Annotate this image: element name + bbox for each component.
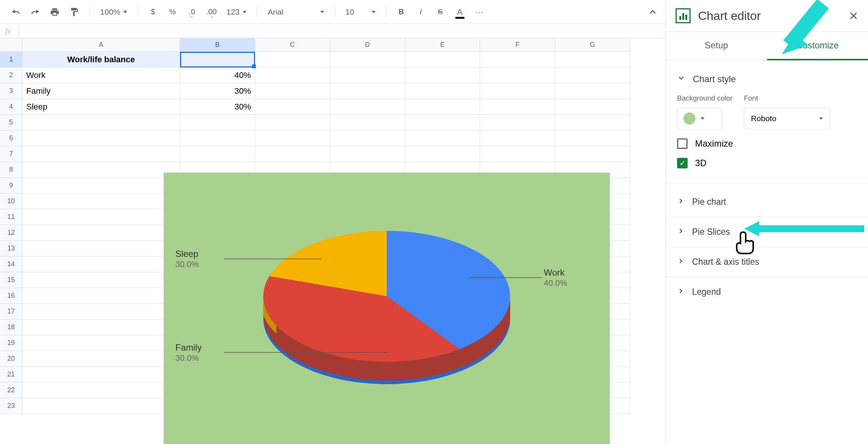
cell[interactable]: [405, 130, 480, 146]
section-chart-axis-titles[interactable]: Chart & axis titles: [677, 247, 857, 277]
cell[interactable]: [330, 52, 405, 68]
percent-button[interactable]: %: [164, 4, 181, 20]
cell[interactable]: [23, 351, 180, 367]
row-header[interactable]: 15: [0, 272, 23, 288]
cell[interactable]: [480, 130, 555, 146]
cell[interactable]: 30%: [180, 99, 255, 115]
cell[interactable]: [255, 68, 330, 83]
cell[interactable]: Work/life balance: [23, 52, 180, 68]
row-header[interactable]: 9: [0, 178, 23, 194]
cell[interactable]: Sleep: [23, 99, 180, 115]
row-header[interactable]: 2: [0, 68, 23, 83]
row-header[interactable]: 13: [0, 241, 23, 256]
col-header-d[interactable]: D: [330, 38, 405, 52]
maximize-checkbox[interactable]: Maximize: [677, 138, 857, 149]
row-header[interactable]: 6: [0, 130, 23, 146]
font-select[interactable]: Roboto: [744, 108, 830, 129]
text-color-button[interactable]: A: [452, 4, 468, 20]
cell[interactable]: [180, 130, 255, 146]
bg-color-select[interactable]: [677, 108, 722, 129]
cell[interactable]: [23, 272, 180, 288]
zoom-select[interactable]: 100%: [96, 8, 131, 16]
bold-button[interactable]: B: [393, 4, 410, 20]
cell[interactable]: [255, 130, 330, 146]
pie-chart[interactable]: Work 40.0% Family 30.0% Sleep 30.0%: [164, 172, 610, 444]
col-header-b[interactable]: B: [180, 38, 255, 52]
cell[interactable]: [405, 115, 480, 130]
cell[interactable]: [555, 52, 630, 68]
cell[interactable]: [23, 241, 180, 256]
cell[interactable]: [23, 382, 180, 398]
italic-button[interactable]: I: [413, 4, 429, 20]
row-header[interactable]: 19: [0, 335, 23, 351]
row-header[interactable]: 14: [0, 256, 23, 272]
decrease-decimal-button[interactable]: .0←: [184, 4, 200, 20]
3d-checkbox[interactable]: ✓ 3D: [677, 158, 857, 168]
row-header[interactable]: 20: [0, 351, 23, 367]
cell[interactable]: [405, 52, 480, 68]
format-123-button[interactable]: 123: [223, 8, 250, 16]
row-header[interactable]: 21: [0, 367, 23, 382]
row-header[interactable]: 17: [0, 304, 23, 320]
cell[interactable]: [480, 115, 555, 130]
col-header-c[interactable]: C: [255, 38, 330, 52]
close-button[interactable]: ✕: [849, 9, 858, 22]
cell[interactable]: [23, 146, 180, 162]
col-header-e[interactable]: E: [405, 38, 480, 52]
cell[interactable]: [555, 83, 630, 99]
row-header[interactable]: 4: [0, 99, 23, 115]
cell[interactable]: [180, 115, 255, 130]
undo-button[interactable]: [8, 4, 24, 20]
cell[interactable]: [255, 99, 330, 115]
select-all-cell[interactable]: [0, 38, 23, 52]
cell[interactable]: [255, 146, 330, 162]
cell[interactable]: [330, 83, 405, 99]
cell[interactable]: [480, 68, 555, 83]
row-header[interactable]: 23: [0, 398, 23, 414]
section-chart-style[interactable]: Chart style: [677, 68, 857, 90]
cell[interactable]: [555, 68, 630, 83]
cell[interactable]: [255, 52, 330, 68]
row-header[interactable]: 1: [0, 52, 23, 68]
row-header[interactable]: 11: [0, 209, 23, 225]
cell[interactable]: 30%: [180, 83, 255, 99]
cell[interactable]: [23, 115, 180, 130]
tab-setup[interactable]: Setup: [666, 32, 767, 60]
cell[interactable]: [23, 304, 180, 320]
cell[interactable]: [23, 130, 180, 146]
cell[interactable]: [23, 194, 180, 209]
cell[interactable]: [23, 256, 180, 272]
cell[interactable]: 40%: [180, 68, 255, 83]
cell[interactable]: [23, 398, 180, 414]
font-select[interactable]: Arial: [264, 8, 328, 16]
cell[interactable]: [23, 162, 180, 178]
row-header[interactable]: 10: [0, 194, 23, 209]
cell[interactable]: [180, 146, 255, 162]
col-header-a[interactable]: A: [23, 38, 180, 52]
cell[interactable]: [23, 209, 180, 225]
cell[interactable]: [555, 146, 630, 162]
col-header-g[interactable]: G: [555, 38, 630, 52]
cell[interactable]: [555, 130, 630, 146]
row-header[interactable]: 8: [0, 162, 23, 178]
cell[interactable]: [23, 367, 180, 382]
cell[interactable]: [23, 288, 180, 304]
collapse-toolbar-button[interactable]: [647, 7, 658, 19]
cell[interactable]: [405, 99, 480, 115]
cell[interactable]: [23, 320, 180, 335]
cell[interactable]: [180, 52, 255, 68]
cell[interactable]: [405, 83, 480, 99]
col-header-f[interactable]: F: [480, 38, 555, 52]
redo-button[interactable]: [27, 4, 44, 20]
cell[interactable]: [480, 146, 555, 162]
row-header[interactable]: 7: [0, 146, 23, 162]
cell[interactable]: [555, 99, 630, 115]
row-header[interactable]: 12: [0, 225, 23, 241]
row-header[interactable]: 3: [0, 83, 23, 99]
cell[interactable]: [23, 335, 180, 351]
cell[interactable]: [255, 115, 330, 130]
section-pie-chart[interactable]: Pie chart: [677, 187, 857, 217]
strikethrough-button[interactable]: S: [432, 4, 449, 20]
row-header[interactable]: 16: [0, 288, 23, 304]
cell[interactable]: [480, 99, 555, 115]
